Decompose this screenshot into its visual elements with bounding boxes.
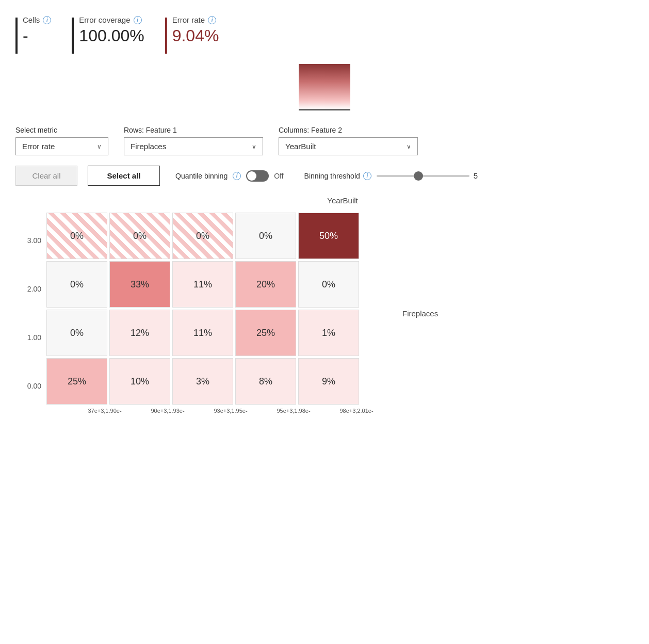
- columns-dropdown-chevron: ∨: [407, 143, 411, 150]
- metric-dropdown[interactable]: Error rate ∨: [15, 137, 108, 155]
- matrix-section: YearBuilt 3.002.001.000.00 0%0%0%0%50%0%…: [15, 196, 634, 414]
- rows-dropdown-chevron: ∨: [252, 143, 256, 150]
- cells-value: -: [23, 26, 51, 45]
- columns-dropdown[interactable]: YearBuilt ∨: [279, 137, 418, 155]
- cells-info-icon[interactable]: i: [43, 16, 51, 24]
- cells-metric: Cells i -: [15, 15, 51, 54]
- cell-value: 20%: [256, 279, 275, 290]
- columns-selector-group: Columns: Feature 2 YearBuilt ∨: [279, 126, 418, 155]
- matrix-cell[interactable]: 0%: [46, 213, 107, 259]
- cell-value: 0%: [70, 328, 84, 339]
- cell-value: 0%: [259, 231, 272, 242]
- x-axis-label: 90e+3,1.93e-: [137, 408, 198, 414]
- cell-value: 0%: [133, 231, 147, 242]
- matrix-y-labels: 3.002.001.000.00: [15, 217, 41, 409]
- x-axis-label: 95e+3,1.98e-: [263, 408, 324, 414]
- quantile-toggle-group: Quantile binning i Off: [175, 170, 284, 182]
- cell-value: 3%: [196, 376, 209, 387]
- metric-dropdown-chevron: ∨: [97, 143, 102, 150]
- matrix-row: 25%10%3%8%9%: [46, 358, 387, 405]
- matrix-body: 3.002.001.000.00 0%0%0%0%50%0%33%11%20%0…: [15, 213, 634, 414]
- cell-value: 25%: [68, 376, 86, 387]
- columns-dropdown-value: YearBuilt: [285, 142, 316, 151]
- cell-value: 25%: [256, 328, 275, 339]
- cell-value: 12%: [131, 328, 149, 339]
- matrix-column-header: YearBuilt: [52, 196, 634, 205]
- binning-info-icon[interactable]: i: [363, 172, 371, 180]
- cell-value: 0%: [322, 279, 335, 290]
- error-coverage-bar: [72, 18, 74, 54]
- cell-value: 0%: [70, 231, 84, 242]
- x-axis-label: 93e+3,1.95e-: [200, 408, 261, 414]
- y-axis-label: 3.00: [15, 217, 41, 264]
- cell-value: 50%: [319, 231, 338, 242]
- quantile-info-icon[interactable]: i: [233, 172, 241, 180]
- binning-slider[interactable]: [377, 175, 469, 177]
- matrix-cell[interactable]: 3%: [172, 358, 233, 405]
- select-all-button[interactable]: Select all: [88, 166, 160, 186]
- clear-all-button[interactable]: Clear all: [15, 166, 77, 186]
- metric-dropdown-value: Error rate: [22, 142, 55, 151]
- matrix-cell[interactable]: 20%: [235, 261, 296, 308]
- matrix-cell[interactable]: 33%: [109, 261, 170, 308]
- quantile-binning-label: Quantile binning: [175, 172, 228, 180]
- cell-value: 10%: [131, 376, 149, 387]
- matrix-grid: 0%0%0%0%50%0%33%11%20%0%0%12%11%25%1%25%…: [46, 213, 387, 405]
- binning-group: Binning threshold i 5: [304, 171, 484, 180]
- binning-slider-container: 5: [377, 171, 484, 180]
- matrix-row: 0%0%0%0%50%: [46, 213, 387, 259]
- error-rate-value: 9.04%: [172, 26, 219, 45]
- metric-selector-label: Select metric: [15, 126, 108, 134]
- matrix-cell[interactable]: 0%: [298, 261, 359, 308]
- error-coverage-content: Error coverage i 100.00%: [79, 15, 144, 45]
- matrix-row-header: Fireplaces: [402, 309, 438, 318]
- matrix-cell[interactable]: 50%: [298, 213, 359, 259]
- binning-slider-value: 5: [474, 171, 484, 180]
- controls-row2: Clear all Select all Quantile binning i …: [15, 166, 634, 186]
- matrix-cell[interactable]: 8%: [235, 358, 296, 405]
- quantile-toggle-switch[interactable]: [246, 170, 269, 182]
- matrix-cell[interactable]: 9%: [298, 358, 359, 405]
- matrix-cell[interactable]: 0%: [46, 310, 107, 356]
- error-rate-metric: Error rate i 9.04%: [165, 15, 219, 54]
- error-rate-info-icon[interactable]: i: [208, 16, 216, 24]
- cell-value: 11%: [193, 328, 212, 339]
- error-coverage-value: 100.00%: [79, 26, 144, 45]
- error-rate-label-row: Error rate i: [172, 15, 219, 24]
- cell-value: 0%: [196, 231, 209, 242]
- matrix-cell[interactable]: 0%: [109, 213, 170, 259]
- rows-selector-label: Rows: Feature 1: [124, 126, 263, 134]
- metric-selector-group: Select metric Error rate ∨: [15, 126, 108, 155]
- matrix-cell[interactable]: 0%: [172, 213, 233, 259]
- matrix-row: 0%33%11%20%0%: [46, 261, 387, 308]
- rows-selector-group: Rows: Feature 1 Fireplaces ∨: [124, 126, 263, 155]
- metrics-row: Cells i - Error coverage i 100.00% Error…: [15, 10, 634, 54]
- matrix-cell[interactable]: 0%: [46, 261, 107, 308]
- quantile-off-label: Off: [274, 172, 283, 180]
- cell-value: 33%: [131, 279, 149, 290]
- matrix-cell[interactable]: 11%: [172, 310, 233, 356]
- matrix-x-labels: 37e+3,1.90e-90e+3,1.93e-93e+3,1.95e-95e+…: [74, 408, 387, 414]
- cell-value: 11%: [193, 279, 212, 290]
- error-coverage-label: Error coverage: [79, 15, 130, 24]
- matrix-cell[interactable]: 12%: [109, 310, 170, 356]
- legend-container: [15, 64, 634, 110]
- matrix-cell[interactable]: 25%: [235, 310, 296, 356]
- x-axis-label: 37e+3,1.90e-: [74, 408, 135, 414]
- matrix-cell[interactable]: 25%: [46, 358, 107, 405]
- matrix-cell[interactable]: 0%: [235, 213, 296, 259]
- y-axis-label: 2.00: [15, 266, 41, 312]
- matrix-cell[interactable]: 1%: [298, 310, 359, 356]
- y-axis-label: 0.00: [15, 363, 41, 409]
- cell-value: 9%: [322, 376, 335, 387]
- matrix-cell[interactable]: 11%: [172, 261, 233, 308]
- matrix-row: 0%12%11%25%1%: [46, 310, 387, 356]
- error-rate-label: Error rate: [172, 15, 205, 24]
- binning-label: Binning threshold i: [304, 172, 371, 180]
- error-rate-bar: [165, 18, 167, 54]
- rows-dropdown[interactable]: Fireplaces ∨: [124, 137, 263, 155]
- error-coverage-info-icon[interactable]: i: [134, 16, 142, 24]
- color-legend: [299, 64, 350, 110]
- matrix-cell[interactable]: 10%: [109, 358, 170, 405]
- controls-section: Select metric Error rate ∨ Rows: Feature…: [15, 126, 634, 186]
